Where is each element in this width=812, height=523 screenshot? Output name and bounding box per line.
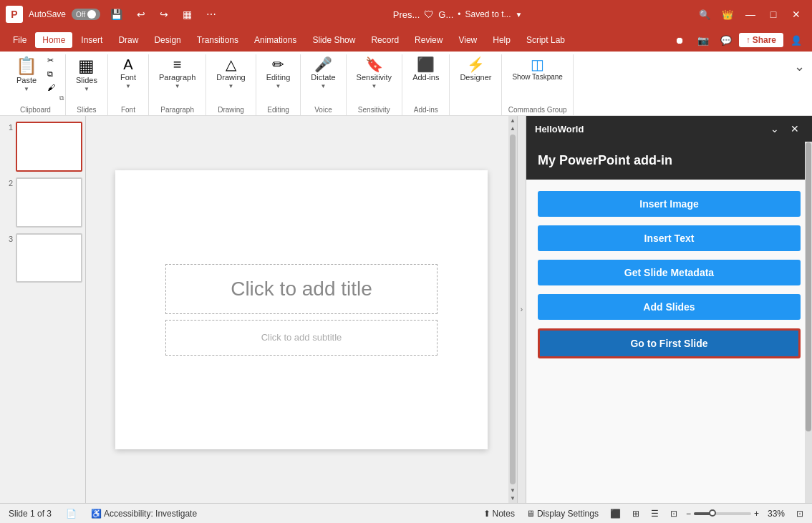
save-icon[interactable]: 💾 [106, 7, 127, 21]
addins-btn[interactable]: ⬛ Add-ins [408, 54, 443, 84]
slide-2-thumb[interactable]: 2 [3, 177, 82, 228]
drawing-section: △ Drawing ▼ Drawing [206, 54, 256, 115]
cut-btn[interactable]: ✂ [43, 54, 59, 67]
scroll-down-arrow[interactable]: ▼ [510, 495, 516, 502]
canvas-scrollbar[interactable]: ▲ ▲ ▼ ▼ [508, 116, 517, 503]
redo-icon[interactable]: ↪ [155, 7, 173, 21]
scroll-thumb[interactable] [510, 135, 516, 484]
comment-btn[interactable]: 💬 [716, 30, 736, 50]
designer-section: ⚡ Designer [450, 54, 502, 115]
menu-draw[interactable]: Draw [111, 32, 145, 48]
view-slide-sorter-btn[interactable]: ⊞ [629, 507, 642, 520]
copy-btn[interactable]: ⧉ [43, 68, 59, 80]
share-icon: ↑ [746, 35, 750, 45]
menu-home[interactable]: Home [35, 32, 72, 48]
close-btn[interactable]: ✕ [786, 4, 806, 24]
menu-insert[interactable]: Insert [74, 32, 110, 48]
menu-animations[interactable]: Animations [247, 32, 304, 48]
scroll-up-arrow[interactable]: ▲ [510, 117, 516, 124]
view-presenter-btn[interactable]: ⊡ [667, 507, 680, 520]
voice-label: Voice [314, 104, 332, 115]
get-slide-metadata-btn[interactable]: Get Slide Metadata [538, 260, 801, 285]
minimize-btn[interactable]: — [740, 4, 760, 24]
scroll-mid-down[interactable]: ▼ [510, 487, 516, 494]
accessibility-btn[interactable]: ♿ Accessibility: Investigate [88, 507, 200, 520]
sensitivity-btn[interactable]: 🔖 Sensitivity ▼ [352, 54, 397, 92]
task-pane-header: HelloWorld ⌄ ✕ [526, 116, 812, 142]
zoom-thumb[interactable] [709, 509, 716, 517]
font-btn[interactable]: A Font ▼ [114, 54, 142, 92]
view-reading-btn[interactable]: ☰ [648, 507, 662, 520]
menu-help[interactable]: Help [485, 32, 518, 48]
commands-group-label: Commands Group [508, 104, 567, 115]
slide-1-preview[interactable] [16, 122, 82, 172]
task-pane-scrollbar[interactable] [805, 142, 812, 503]
record-btn[interactable]: ⏺ [670, 30, 690, 50]
display-settings-btn[interactable]: 🖥 Display Settings [523, 507, 601, 520]
ribbon-more-btn[interactable]: ⌄ [793, 57, 806, 76]
slide-subtitle-box[interactable]: Click to add subtitle [165, 320, 438, 356]
format-painter-btn[interactable]: 🖌 [43, 82, 59, 93]
maximize-btn[interactable]: □ [763, 4, 783, 24]
designer-btn[interactable]: ⚡ Designer [455, 54, 496, 84]
pane-collapse-btn[interactable]: ⌄ [766, 122, 783, 136]
slides-btn[interactable]: ▦ Slides ▼ [72, 54, 102, 95]
scroll-mid-up[interactable]: ▲ [510, 125, 516, 132]
paste-btn[interactable]: 📋 Paste ▼ [11, 54, 42, 95]
add-slides-btn[interactable]: Add Slides [538, 294, 801, 320]
sidebar-collapse-handle[interactable]: › [517, 116, 526, 503]
custom-icon[interactable]: ▦ [178, 7, 196, 21]
paragraph-btn[interactable]: ≡ Paragraph ▼ [155, 54, 200, 92]
notes-btn[interactable]: ⬆ Notes [480, 507, 518, 520]
title-bar-center: Pres... 🛡 G... • Saved to t... ▼ [393, 9, 523, 20]
dropdown-icon[interactable]: ▼ [516, 11, 523, 19]
crown-icon: 👑 [717, 4, 738, 24]
menu-bar-right: ⏺ 📷 💬 ↑ Share 👤 [670, 30, 806, 50]
people-btn[interactable]: 👤 [786, 30, 806, 50]
notes-mode-btn[interactable]: 📄 [63, 507, 79, 520]
slide-3-num: 3 [3, 233, 13, 243]
cloud-label: G... [438, 9, 453, 20]
slide-2-preview[interactable] [16, 177, 82, 228]
insert-image-btn[interactable]: Insert Image [538, 191, 801, 217]
slides-label: Slides [77, 104, 96, 115]
slide-1-thumb[interactable]: 1 [3, 122, 82, 172]
dictate-btn[interactable]: 🎤 Dictate ▼ [306, 54, 339, 92]
clipboard-expand-icon[interactable]: ⧉ [59, 94, 64, 102]
addin-heading-text: My PowerPoint add-in [538, 153, 672, 167]
autosave-toggle[interactable]: Off [72, 9, 100, 20]
undo-icon[interactable]: ↩ [132, 7, 150, 21]
insert-text-btn[interactable]: Insert Text [538, 225, 801, 251]
share-button[interactable]: ↑ Share [739, 33, 783, 47]
slide-title-box[interactable]: Click to add title [165, 264, 438, 314]
zoom-out-icon[interactable]: − [686, 509, 691, 519]
monitor-icon: 🖥 [526, 509, 535, 519]
more-icon[interactable]: ⋯ [202, 7, 221, 21]
menu-file[interactable]: File [6, 32, 34, 48]
editing-btn[interactable]: ✏ Editing ▼ [262, 54, 295, 92]
drawing-btn[interactable]: △ Drawing ▼ [212, 54, 249, 92]
menu-view[interactable]: View [451, 32, 484, 48]
slide-3-thumb[interactable]: 3 [3, 233, 82, 283]
filename-label: Pres... [393, 9, 420, 20]
zoom-in-icon[interactable]: + [754, 509, 759, 519]
cut-icon: ✂ [47, 56, 54, 65]
copy-icon: ⧉ [47, 69, 53, 79]
main-area: 1 2 3 Click to add title Click to add su… [0, 116, 812, 503]
show-taskpane-btn[interactable]: ◫ Show Taskpane [508, 54, 566, 84]
menu-scriptlab[interactable]: Script Lab [519, 32, 572, 48]
menu-review[interactable]: Review [407, 32, 450, 48]
zoom-slider[interactable]: − + [686, 509, 759, 519]
fit-slide-btn[interactable]: ⊡ [793, 507, 806, 520]
zoom-level[interactable]: 33% [765, 507, 788, 520]
slide-3-preview[interactable] [16, 233, 82, 283]
go-to-first-slide-btn[interactable]: Go to First Slide [538, 328, 801, 358]
pane-close-btn[interactable]: ✕ [786, 122, 803, 136]
search-btn[interactable]: 🔍 [695, 4, 715, 24]
menu-record[interactable]: Record [364, 32, 406, 48]
view-normal-btn[interactable]: ⬛ [607, 507, 624, 520]
camera-btn[interactable]: 📷 [693, 30, 713, 50]
menu-transitions[interactable]: Transitions [190, 32, 246, 48]
menu-slideshow[interactable]: Slide Show [305, 32, 362, 48]
menu-design[interactable]: Design [147, 32, 188, 48]
